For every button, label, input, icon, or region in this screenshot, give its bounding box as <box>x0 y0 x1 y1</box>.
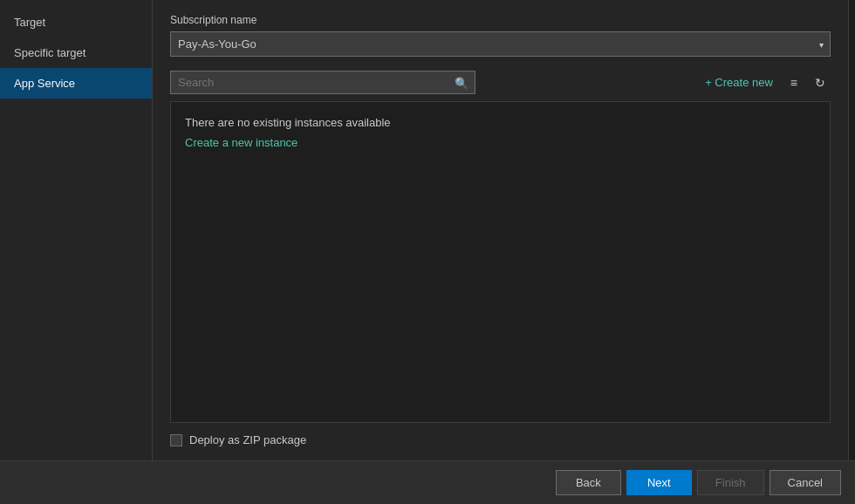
filter-icon: ≡ <box>790 76 797 90</box>
refresh-button[interactable]: ↻ <box>810 72 831 93</box>
main-content: Subscription name Pay-As-You-Go ▾ 🔍 + Cr… <box>153 0 848 460</box>
sidebar: Target Specific target App Service <box>0 0 153 460</box>
subscription-dropdown[interactable]: Pay-As-You-Go <box>170 31 831 57</box>
subscription-label: Subscription name <box>170 14 831 26</box>
toolbar-actions: + Create new ≡ ↻ <box>700 72 831 93</box>
search-button[interactable]: 🔍 <box>451 74 472 91</box>
cancel-button[interactable]: Cancel <box>770 470 841 495</box>
zip-package-label[interactable]: Deploy as ZIP package <box>189 433 306 446</box>
filter-button[interactable]: ≡ <box>785 72 803 93</box>
refresh-icon: ↻ <box>815 76 825 90</box>
footer: Back Next Finish Cancel <box>0 460 855 504</box>
zip-package-row: Deploy as ZIP package <box>170 433 831 446</box>
dialog-body: Target Specific target App Service Subsc… <box>0 0 855 460</box>
create-instance-link[interactable]: Create a new instance <box>185 136 298 149</box>
sidebar-item-app-service[interactable]: App Service <box>0 68 152 99</box>
right-edge <box>848 0 855 460</box>
publish-dialog: Target Specific target App Service Subsc… <box>0 0 855 504</box>
zip-package-checkbox[interactable] <box>170 434 182 446</box>
subscription-section: Subscription name Pay-As-You-Go ▾ <box>170 14 831 57</box>
search-input[interactable] <box>170 71 475 94</box>
next-button[interactable]: Next <box>626 470 692 495</box>
back-button[interactable]: Back <box>556 470 621 495</box>
finish-button[interactable]: Finish <box>697 470 764 495</box>
sidebar-item-specific-target[interactable]: Specific target <box>0 37 152 68</box>
search-icon: 🔍 <box>455 76 469 89</box>
toolbar-row: 🔍 + Create new ≡ ↻ <box>170 71 831 94</box>
instance-list: There are no existing instances availabl… <box>170 101 831 423</box>
no-instances-text: There are no existing instances availabl… <box>185 116 816 129</box>
subscription-dropdown-wrapper: Pay-As-You-Go ▾ <box>170 31 831 57</box>
search-wrapper: 🔍 <box>170 71 475 94</box>
create-new-button[interactable]: + Create new <box>700 72 778 92</box>
sidebar-item-target[interactable]: Target <box>0 7 152 37</box>
